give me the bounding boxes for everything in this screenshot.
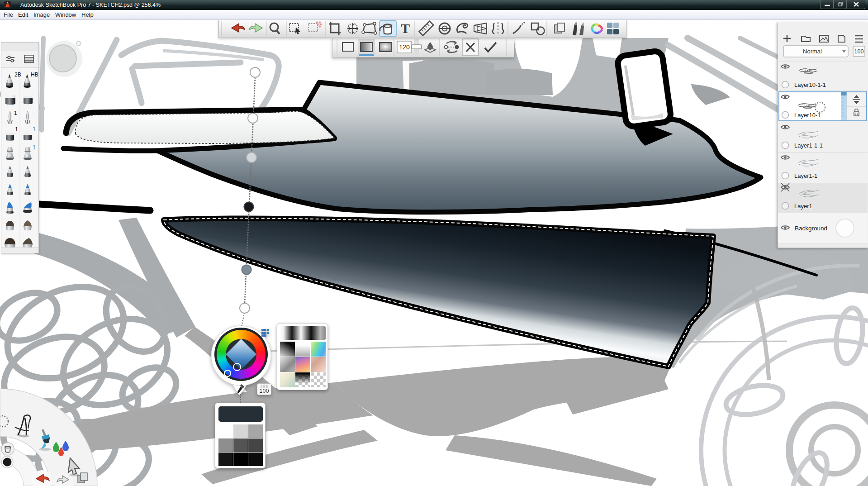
svg-text:Layer1-1: Layer1-1 xyxy=(794,172,817,179)
svg-text:Background: Background xyxy=(795,225,827,232)
svg-text:HB: HB xyxy=(31,71,38,78)
svg-text:Layer10-1: Layer10-1 xyxy=(794,112,821,119)
svg-text:1: 1 xyxy=(33,144,36,151)
svg-text:T: T xyxy=(401,21,410,36)
svg-text:Normal: Normal xyxy=(803,48,822,55)
svg-text:Layer1-1-1: Layer1-1-1 xyxy=(794,142,823,149)
svg-text:2B: 2B xyxy=(14,71,21,78)
svg-text:Layer10-1-1: Layer10-1-1 xyxy=(794,81,826,88)
svg-text:1: 1 xyxy=(15,126,18,133)
svg-text:100: 100 xyxy=(854,48,864,55)
svg-text:Layer1: Layer1 xyxy=(794,203,812,210)
svg-text:1: 1 xyxy=(14,110,17,116)
svg-text:120: 120 xyxy=(399,43,410,51)
svg-text:1: 1 xyxy=(33,126,36,133)
